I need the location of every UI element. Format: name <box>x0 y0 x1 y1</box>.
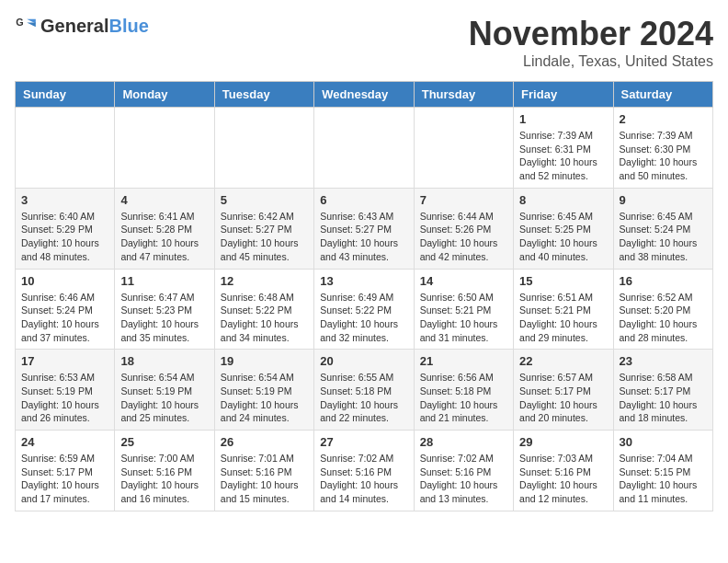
day-number: 26 <box>221 435 308 449</box>
day-number: 19 <box>221 354 308 368</box>
day-cell: 17Sunrise: 6:53 AM Sunset: 5:19 PM Dayli… <box>16 350 115 431</box>
day-number: 18 <box>120 354 208 368</box>
page-header: G GeneralBlue November 2024 Lindale, Tex… <box>15 15 713 70</box>
header-day-monday: Monday <box>115 82 214 108</box>
calendar: SundayMondayTuesdayWednesdayThursdayFrid… <box>15 81 713 511</box>
day-cell: 10Sunrise: 6:46 AM Sunset: 5:24 PM Dayli… <box>16 269 115 350</box>
day-number: 20 <box>320 354 407 368</box>
day-cell: 16Sunrise: 6:52 AM Sunset: 5:20 PM Dayli… <box>613 269 712 350</box>
calendar-body: 1Sunrise: 7:39 AM Sunset: 6:31 PM Daylig… <box>16 108 713 511</box>
header-day-sunday: Sunday <box>16 82 115 108</box>
day-number: 28 <box>420 435 507 449</box>
logo-blue: Blue <box>108 16 148 36</box>
day-cell <box>314 108 414 189</box>
title-area: November 2024 Lindale, Texas, United Sta… <box>469 15 713 70</box>
day-number: 17 <box>21 354 108 368</box>
header-row: SundayMondayTuesdayWednesdayThursdayFrid… <box>16 82 713 108</box>
day-info: Sunrise: 6:46 AM Sunset: 5:24 PM Dayligh… <box>21 291 108 345</box>
day-number: 30 <box>620 435 707 449</box>
logo: G GeneralBlue <box>15 15 149 37</box>
day-cell: 15Sunrise: 6:51 AM Sunset: 5:21 PM Dayli… <box>514 269 613 350</box>
day-info: Sunrise: 6:56 AM Sunset: 5:18 PM Dayligh… <box>420 371 507 425</box>
day-number: 8 <box>519 193 607 207</box>
day-cell: 25Sunrise: 7:00 AM Sunset: 5:16 PM Dayli… <box>115 431 214 511</box>
day-info: Sunrise: 6:41 AM Sunset: 5:28 PM Dayligh… <box>120 210 208 264</box>
day-number: 10 <box>21 274 108 288</box>
day-info: Sunrise: 6:45 AM Sunset: 5:24 PM Dayligh… <box>620 210 707 264</box>
logo-general: General <box>40 16 108 36</box>
day-cell: 28Sunrise: 7:02 AM Sunset: 5:16 PM Dayli… <box>414 431 513 511</box>
svg-marker-2 <box>27 22 36 27</box>
week-row-2: 10Sunrise: 6:46 AM Sunset: 5:24 PM Dayli… <box>16 269 713 350</box>
day-number: 12 <box>221 274 308 288</box>
day-info: Sunrise: 7:02 AM Sunset: 5:16 PM Dayligh… <box>320 452 407 506</box>
day-cell: 7Sunrise: 6:44 AM Sunset: 5:26 PM Daylig… <box>414 188 513 269</box>
day-cell: 14Sunrise: 6:50 AM Sunset: 5:21 PM Dayli… <box>414 269 513 350</box>
day-cell <box>414 108 513 189</box>
day-number: 11 <box>120 274 208 288</box>
day-number: 3 <box>21 193 108 207</box>
day-number: 13 <box>320 274 407 288</box>
day-info: Sunrise: 6:47 AM Sunset: 5:23 PM Dayligh… <box>120 291 208 345</box>
day-info: Sunrise: 6:54 AM Sunset: 5:19 PM Dayligh… <box>120 371 208 425</box>
day-cell: 3Sunrise: 6:40 AM Sunset: 5:29 PM Daylig… <box>16 188 115 269</box>
day-info: Sunrise: 6:53 AM Sunset: 5:19 PM Dayligh… <box>21 371 108 425</box>
day-cell: 26Sunrise: 7:01 AM Sunset: 5:16 PM Dayli… <box>214 431 313 511</box>
day-number: 24 <box>21 435 108 449</box>
day-cell: 19Sunrise: 6:54 AM Sunset: 5:19 PM Dayli… <box>214 350 313 431</box>
day-cell: 13Sunrise: 6:49 AM Sunset: 5:22 PM Dayli… <box>314 269 414 350</box>
day-info: Sunrise: 7:39 AM Sunset: 6:31 PM Dayligh… <box>519 129 607 183</box>
day-info: Sunrise: 6:54 AM Sunset: 5:19 PM Dayligh… <box>221 371 308 425</box>
day-info: Sunrise: 6:57 AM Sunset: 5:17 PM Dayligh… <box>519 371 607 425</box>
day-cell: 24Sunrise: 6:59 AM Sunset: 5:17 PM Dayli… <box>16 431 115 511</box>
day-info: Sunrise: 6:51 AM Sunset: 5:21 PM Dayligh… <box>519 291 607 345</box>
day-info: Sunrise: 7:03 AM Sunset: 5:16 PM Dayligh… <box>519 452 607 506</box>
day-cell: 2Sunrise: 7:39 AM Sunset: 6:30 PM Daylig… <box>613 108 712 189</box>
day-cell: 11Sunrise: 6:47 AM Sunset: 5:23 PM Dayli… <box>115 269 214 350</box>
day-cell: 29Sunrise: 7:03 AM Sunset: 5:16 PM Dayli… <box>514 431 613 511</box>
day-info: Sunrise: 7:39 AM Sunset: 6:30 PM Dayligh… <box>620 129 707 183</box>
day-info: Sunrise: 7:00 AM Sunset: 5:16 PM Dayligh… <box>120 452 208 506</box>
day-cell: 12Sunrise: 6:48 AM Sunset: 5:22 PM Dayli… <box>214 269 313 350</box>
day-cell: 23Sunrise: 6:58 AM Sunset: 5:17 PM Dayli… <box>613 350 712 431</box>
day-cell: 5Sunrise: 6:42 AM Sunset: 5:27 PM Daylig… <box>214 188 313 269</box>
day-number: 9 <box>620 193 707 207</box>
location-subtitle: Lindale, Texas, United States <box>469 53 713 70</box>
day-number: 21 <box>420 354 507 368</box>
day-number: 2 <box>620 112 707 126</box>
week-row-3: 17Sunrise: 6:53 AM Sunset: 5:19 PM Dayli… <box>16 350 713 431</box>
day-info: Sunrise: 6:55 AM Sunset: 5:18 PM Dayligh… <box>320 371 407 425</box>
day-cell <box>214 108 313 189</box>
day-info: Sunrise: 6:58 AM Sunset: 5:17 PM Dayligh… <box>620 371 707 425</box>
day-info: Sunrise: 6:59 AM Sunset: 5:17 PM Dayligh… <box>21 452 108 506</box>
day-number: 25 <box>120 435 208 449</box>
day-info: Sunrise: 6:50 AM Sunset: 5:21 PM Dayligh… <box>420 291 507 345</box>
day-cell: 6Sunrise: 6:43 AM Sunset: 5:27 PM Daylig… <box>314 188 414 269</box>
header-day-thursday: Thursday <box>414 82 513 108</box>
header-day-friday: Friday <box>514 82 613 108</box>
svg-text:G: G <box>16 17 23 28</box>
day-info: Sunrise: 6:45 AM Sunset: 5:25 PM Dayligh… <box>519 210 607 264</box>
day-number: 4 <box>120 193 208 207</box>
day-cell <box>16 108 115 189</box>
day-number: 29 <box>519 435 607 449</box>
week-row-0: 1Sunrise: 7:39 AM Sunset: 6:31 PM Daylig… <box>16 108 713 189</box>
day-number: 6 <box>320 193 407 207</box>
day-cell: 4Sunrise: 6:41 AM Sunset: 5:28 PM Daylig… <box>115 188 214 269</box>
day-cell: 21Sunrise: 6:56 AM Sunset: 5:18 PM Dayli… <box>414 350 513 431</box>
day-info: Sunrise: 6:40 AM Sunset: 5:29 PM Dayligh… <box>21 210 108 264</box>
day-number: 14 <box>420 274 507 288</box>
day-cell: 30Sunrise: 7:04 AM Sunset: 5:15 PM Dayli… <box>613 431 712 511</box>
day-number: 7 <box>420 193 507 207</box>
day-info: Sunrise: 7:02 AM Sunset: 5:16 PM Dayligh… <box>420 452 507 506</box>
day-cell: 8Sunrise: 6:45 AM Sunset: 5:25 PM Daylig… <box>514 188 613 269</box>
day-number: 22 <box>519 354 607 368</box>
day-cell: 9Sunrise: 6:45 AM Sunset: 5:24 PM Daylig… <box>613 188 712 269</box>
day-number: 15 <box>519 274 607 288</box>
day-number: 23 <box>620 354 707 368</box>
month-title: November 2024 <box>469 15 713 53</box>
day-cell: 20Sunrise: 6:55 AM Sunset: 5:18 PM Dayli… <box>314 350 414 431</box>
day-cell <box>115 108 214 189</box>
logo-text: GeneralBlue <box>40 16 149 37</box>
day-number: 16 <box>620 274 707 288</box>
